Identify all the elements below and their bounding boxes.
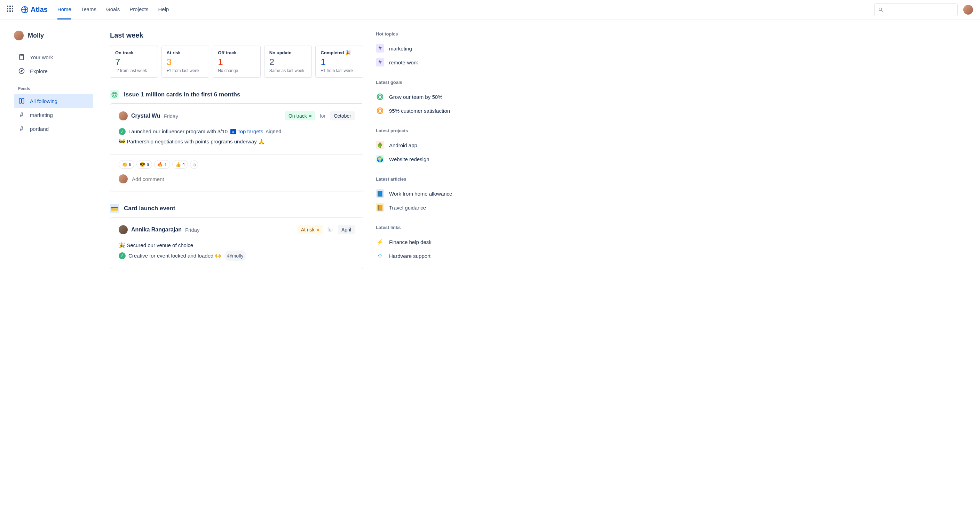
topic-marketing[interactable]: #marketing (376, 41, 470, 55)
nav-goals[interactable]: Goals (106, 0, 120, 19)
reaction-fire[interactable]: 🔥 1 (154, 160, 170, 169)
link-hardware[interactable]: Hardware support (376, 249, 470, 263)
nav-teams[interactable]: Teams (81, 0, 96, 19)
reaction-thumbsup[interactable]: 👍 4 (172, 160, 188, 169)
feed-item-label: All following (30, 98, 57, 104)
sidebar-item-label: Explore (30, 68, 48, 74)
svg-rect-18 (380, 257, 381, 258)
atlas-globe-icon (21, 6, 29, 14)
author-name[interactable]: Annika Rangarajan (131, 226, 182, 233)
reactions-bar: 👏 6 😎 6 🔥 1 👍 4 ☺ (119, 160, 355, 169)
svg-point-3 (19, 69, 24, 74)
month-badge: October (330, 112, 355, 120)
status-badge: On track (285, 112, 315, 120)
comment-input[interactable] (132, 176, 355, 182)
status-badge: At risk (298, 225, 323, 234)
globe-icon: 🌍 (376, 155, 384, 163)
latest-goals-heading: Latest goals (376, 80, 470, 85)
compass-icon (18, 67, 25, 75)
goal-target-icon (110, 90, 119, 99)
stat-off-track[interactable]: Off track 1 No change (213, 46, 261, 78)
author-avatar[interactable] (119, 112, 128, 120)
brand-name: Atlas (30, 6, 48, 14)
stat-completed[interactable]: Completed 🎉 1 +1 from last week (315, 46, 363, 78)
project-website[interactable]: 🌍Website redesign (376, 152, 470, 166)
svg-point-12 (377, 108, 383, 114)
article-wfh[interactable]: 📘Work from home allowance (376, 186, 470, 201)
topic-remote-work[interactable]: #remote-work (376, 55, 470, 69)
svg-rect-15 (378, 255, 379, 257)
reaction-clap[interactable]: 👏 6 (119, 160, 134, 169)
latest-links-heading: Latest links (376, 225, 470, 230)
document-icon: ≡ (231, 129, 236, 134)
author-avatar[interactable] (119, 225, 128, 234)
hot-topics-heading: Hot topics (376, 31, 470, 37)
project-android[interactable]: 🌵Android app (376, 138, 470, 152)
nav-help[interactable]: Help (158, 0, 169, 19)
svg-point-9 (377, 94, 383, 100)
goal-customer-satisfaction[interactable]: 95% customer satisfaction (376, 104, 470, 118)
brand-logo[interactable]: Atlas (21, 6, 48, 14)
page-title: Last week (110, 31, 363, 39)
add-comment-row (119, 174, 355, 183)
article-travel[interactable]: 📙Travel guidance (376, 201, 470, 214)
feeds-section-label: Feeds (18, 86, 93, 91)
right-sidebar: Hot topics #marketing #remote-work Lates… (376, 19, 477, 293)
book-icon: 📘 (376, 189, 384, 198)
svg-point-14 (380, 110, 381, 112)
feed-update-2: 💳 Card launch event Annika Rangarajan Fr… (110, 204, 363, 269)
author-name[interactable]: Crystal Wu (131, 113, 160, 119)
feed-update-1: Issue 1 million cards in the first 6 mon… (110, 90, 363, 191)
nav-home[interactable]: Home (57, 0, 72, 19)
sidebar-explore[interactable]: Explore (14, 64, 93, 78)
comment-avatar (119, 174, 128, 183)
doc-link[interactable]: ≡Top targets (231, 127, 263, 137)
svg-point-7 (113, 93, 116, 96)
check-icon: ✓ (119, 128, 126, 135)
link-finance[interactable]: ⚡Finance help desk (376, 235, 470, 249)
feed-item-label: portland (30, 126, 49, 132)
svg-rect-4 (19, 99, 21, 103)
hashtag-icon: # (18, 125, 25, 132)
profile-avatar[interactable] (963, 5, 973, 14)
hashtag-icon: # (376, 44, 384, 53)
update-timestamp: Friday (164, 113, 178, 119)
search-input[interactable] (874, 3, 958, 16)
add-reaction-button[interactable]: ☺ (190, 161, 198, 169)
svg-rect-5 (22, 99, 24, 103)
main-content: Last week On track 7 -2 from last week A… (97, 19, 376, 293)
sidebar-your-work[interactable]: Your work (14, 50, 93, 64)
slack-icon (376, 252, 384, 260)
check-icon: ✓ (119, 252, 126, 259)
goal-grow-team[interactable]: Grow our team by 50% (376, 90, 470, 104)
sidebar-user[interactable]: Molly (14, 30, 93, 40)
search-icon (878, 7, 884, 13)
stat-at-risk[interactable]: At risk 3 +1 from last week (161, 46, 210, 78)
svg-point-10 (378, 95, 382, 98)
avatar (14, 30, 24, 40)
nav-projects[interactable]: Projects (129, 0, 148, 19)
update-timestamp: Friday (185, 227, 200, 233)
svg-point-11 (380, 96, 381, 97)
feed-marketing[interactable]: # marketing (14, 108, 93, 122)
feed-icon (18, 97, 25, 104)
month-badge: April (338, 225, 355, 234)
svg-point-6 (112, 92, 117, 97)
svg-point-13 (378, 109, 382, 112)
feed-all-following[interactable]: All following (14, 94, 93, 108)
feed-portland[interactable]: # portland (14, 122, 93, 136)
feed-title[interactable]: Card launch event (124, 205, 175, 212)
stats-row: On track 7 -2 from last week At risk 3 +… (110, 46, 363, 78)
app-switcher-icon[interactable] (7, 6, 15, 14)
hashtag-icon: # (376, 58, 384, 67)
latest-projects-heading: Latest projects (376, 128, 470, 133)
stat-on-track[interactable]: On track 7 -2 from last week (110, 46, 158, 78)
user-mention[interactable]: @molly (224, 250, 247, 261)
latest-articles-heading: Latest articles (376, 177, 470, 182)
feed-title[interactable]: Issue 1 million cards in the first 6 mon… (124, 91, 240, 98)
update-card: Crystal Wu Friday On track for October ✓… (110, 104, 363, 191)
reaction-cool[interactable]: 😎 6 (137, 160, 152, 169)
main-nav: Home Teams Goals Projects Help (57, 0, 169, 19)
stat-no-update[interactable]: No update 2 Same as last week (264, 46, 312, 78)
svg-point-8 (114, 94, 115, 96)
